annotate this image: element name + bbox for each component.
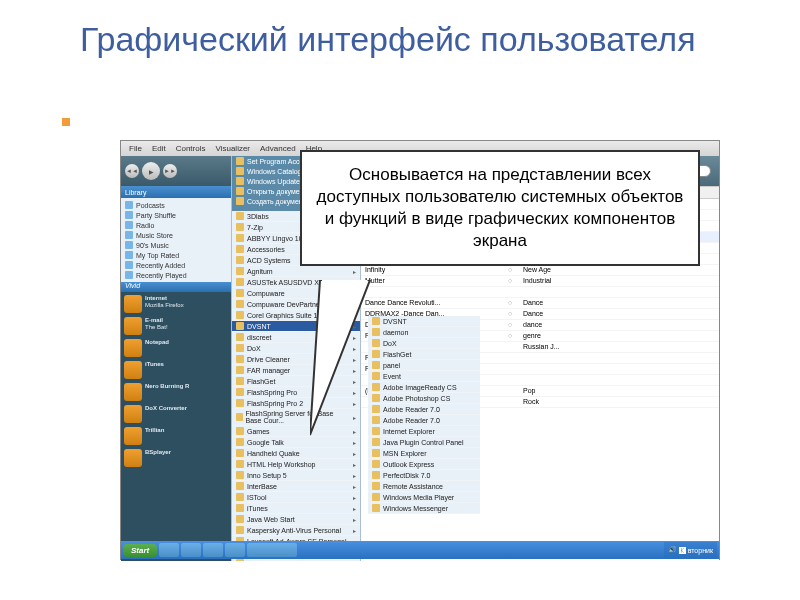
menu-advanced[interactable]: Advanced	[260, 144, 296, 153]
track-row[interactable]	[361, 287, 719, 298]
track-row[interactable]: Dance Dance Revoluti...○Dance	[361, 298, 719, 309]
quick-item[interactable]: Notepad	[124, 339, 228, 357]
program-item[interactable]: Agnitum▸	[232, 266, 360, 277]
submenu-item[interactable]: Windows Messenger	[368, 503, 480, 514]
quick-item[interactable]: iTunes	[124, 361, 228, 379]
library-header: Library	[121, 186, 231, 198]
track-row[interactable]: Infinity○New Age	[361, 265, 719, 276]
library-item[interactable]: Recently Added	[121, 260, 231, 270]
library-item[interactable]: My Top Rated	[121, 250, 231, 260]
quick-launch: InternetMozilla FirefoxE-mailThe Bat!Not…	[121, 292, 231, 539]
next-button[interactable]: ►►	[163, 164, 177, 178]
program-item[interactable]: Kaspersky Anti-Virus Personal▸	[232, 525, 360, 536]
taskbar-item[interactable]	[203, 543, 223, 557]
submenu-item[interactable]: Remote Assistance	[368, 481, 480, 492]
library-item[interactable]: Radio	[121, 220, 231, 230]
program-item[interactable]: ISTool▸	[232, 492, 360, 503]
taskbar-item-itunes[interactable]	[247, 543, 297, 557]
callout-tail	[310, 280, 390, 440]
library-item[interactable]: Party Shuffle	[121, 210, 231, 220]
menu-file[interactable]: File	[129, 144, 142, 153]
callout-box: Основывается на представлении всех досту…	[300, 150, 700, 266]
submenu-item[interactable]: Windows Media Player	[368, 492, 480, 503]
svg-marker-1	[322, 280, 368, 282]
library-list: PodcastsParty ShuffleRadioMusic Store90'…	[121, 198, 231, 282]
quick-item[interactable]: BSplayer	[124, 449, 228, 467]
prev-button[interactable]: ◄◄	[125, 164, 139, 178]
menu-controls[interactable]: Controls	[176, 144, 206, 153]
program-item[interactable]: HTML Help Workshop▸	[232, 459, 360, 470]
library-item[interactable]: Recently Played	[121, 270, 231, 280]
submenu-item[interactable]: MSN Explorer	[368, 448, 480, 459]
start-button[interactable]: Start	[123, 544, 157, 557]
submenu-item[interactable]: Outlook Express	[368, 459, 480, 470]
menu-visualizer[interactable]: Visualizer	[215, 144, 250, 153]
library-item[interactable]: Music Store	[121, 230, 231, 240]
vivid-header: Vivid	[121, 282, 231, 292]
taskbar-item[interactable]	[225, 543, 245, 557]
system-tray[interactable]: 🔊🅺вторник	[664, 542, 717, 558]
quick-item[interactable]: InternetMozilla Firefox	[124, 295, 228, 313]
quick-item[interactable]: DoX Converter	[124, 405, 228, 423]
program-item[interactable]: iTunes▸	[232, 503, 360, 514]
program-item[interactable]: Inno Setup 5▸	[232, 470, 360, 481]
left-panel: ◄◄ ▶ ►► Library PodcastsParty ShuffleRad…	[121, 156, 231, 561]
player-controls: ◄◄ ▶ ►►	[121, 156, 231, 186]
submenu-item[interactable]: PerfectDisk 7.0	[368, 470, 480, 481]
quick-item[interactable]: E-mailThe Bat!	[124, 317, 228, 335]
bullet-square	[62, 118, 70, 126]
program-item[interactable]: Java Web Start▸	[232, 514, 360, 525]
slide-title: Графический интерфейс пользователя	[80, 20, 720, 59]
library-item[interactable]: Podcasts	[121, 200, 231, 210]
taskbar: Start 🔊🅺вторник	[121, 541, 719, 559]
play-button[interactable]: ▶	[142, 162, 160, 180]
track-row[interactable]: Mutter○Industrial	[361, 276, 719, 287]
svg-marker-0	[310, 280, 370, 435]
menu-edit[interactable]: Edit	[152, 144, 166, 153]
quick-item[interactable]: Trillian	[124, 427, 228, 445]
taskbar-item[interactable]	[159, 543, 179, 557]
quick-item[interactable]: Nero Burning R	[124, 383, 228, 401]
library-item[interactable]: 90's Music	[121, 240, 231, 250]
taskbar-item[interactable]	[181, 543, 201, 557]
program-item[interactable]: Handheld Quake▸	[232, 448, 360, 459]
program-item[interactable]: InterBase▸	[232, 481, 360, 492]
